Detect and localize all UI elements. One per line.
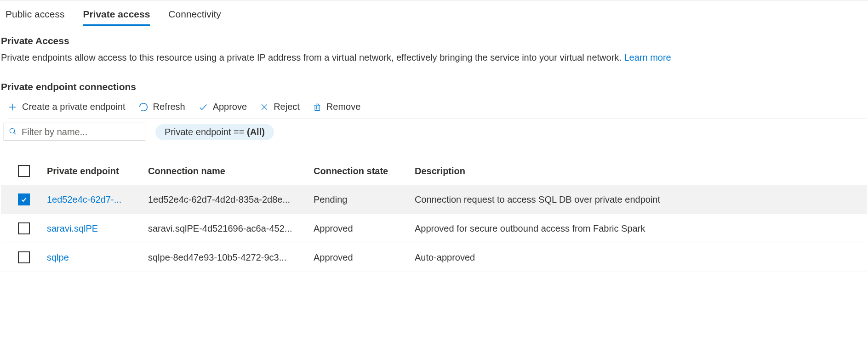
tab-private-access[interactable]: Private access xyxy=(83,9,150,26)
remove-button[interactable]: Remove xyxy=(313,102,360,112)
learn-more-link[interactable]: Learn more xyxy=(624,52,671,63)
connection-name: sqlpe-8ed47e93-10b5-4272-9c3... xyxy=(148,252,314,263)
row-checkbox[interactable] xyxy=(18,193,30,205)
col-connection-name[interactable]: Connection name xyxy=(148,166,314,176)
refresh-label: Refresh xyxy=(153,102,185,112)
row-checkbox[interactable] xyxy=(18,222,30,234)
svg-line-9 xyxy=(14,132,16,134)
create-endpoint-button[interactable]: Create a private endpoint xyxy=(7,102,126,112)
reject-button[interactable]: Reject xyxy=(260,102,300,112)
connections-table: Private endpoint Connection name Connect… xyxy=(1,157,867,272)
connection-description: Connection request to access SQL DB over… xyxy=(415,194,737,205)
connection-state: Approved xyxy=(314,223,415,234)
remove-label: Remove xyxy=(326,102,360,112)
filter-pill-private-endpoint[interactable]: Private endpoint == (All) xyxy=(155,124,274,140)
svg-rect-4 xyxy=(315,105,320,110)
refresh-button[interactable]: Refresh xyxy=(138,102,185,112)
select-all-checkbox[interactable] xyxy=(18,165,30,177)
table-row[interactable]: saravi.sqlPE saravi.sqlPE-4d521696-ac6a-… xyxy=(1,214,867,243)
approve-button[interactable]: Approve xyxy=(198,102,247,112)
connection-description: Auto-approved xyxy=(415,252,737,263)
endpoint-link[interactable]: 1ed52e4c-62d7-... xyxy=(47,194,148,205)
filter-search-box[interactable] xyxy=(4,123,145,141)
tab-connectivity[interactable]: Connectivity xyxy=(168,9,221,26)
connection-state: Approved xyxy=(314,252,415,263)
col-description[interactable]: Description xyxy=(415,166,737,176)
endpoint-link[interactable]: sqlpe xyxy=(47,252,148,263)
col-private-endpoint[interactable]: Private endpoint xyxy=(47,166,148,176)
col-connection-state[interactable]: Connection state xyxy=(314,166,415,176)
filter-row: Private endpoint == (All) xyxy=(1,119,867,141)
endpoint-link[interactable]: saravi.sqlPE xyxy=(47,223,148,234)
search-icon xyxy=(9,127,17,137)
table-row[interactable]: 1ed52e4c-62d7-... 1ed52e4c-62d7-4d2d-835… xyxy=(1,185,867,214)
connection-state: Pending xyxy=(314,194,415,205)
tab-public-access[interactable]: Public access xyxy=(6,9,64,26)
reject-label: Reject xyxy=(274,102,300,112)
approve-label: Approve xyxy=(213,102,247,112)
filter-input[interactable] xyxy=(22,127,140,137)
checkmark-icon xyxy=(198,102,208,112)
section-title: Private Access xyxy=(1,35,867,46)
connection-name: 1ed52e4c-62d7-4d2d-835a-2d8e... xyxy=(148,194,314,205)
connection-name: saravi.sqlPE-4d521696-ac6a-452... xyxy=(148,223,314,234)
svg-point-8 xyxy=(10,128,15,133)
toolbar: Create a private endpoint Refresh Approv… xyxy=(7,100,867,119)
create-endpoint-label: Create a private endpoint xyxy=(22,102,126,112)
table-header-row: Private endpoint Connection name Connect… xyxy=(1,157,867,185)
trash-icon xyxy=(313,102,322,112)
refresh-icon xyxy=(138,102,148,112)
networking-tabs: Public access Private access Connectivit… xyxy=(0,0,868,26)
table-row[interactable]: sqlpe sqlpe-8ed47e93-10b5-4272-9c3... Ap… xyxy=(1,243,867,272)
plus-icon xyxy=(7,102,17,112)
subheading-connections: Private endpoint connections xyxy=(1,81,867,92)
row-checkbox[interactable] xyxy=(18,251,30,263)
section-description: Private endpoints allow access to this r… xyxy=(1,51,867,64)
x-icon xyxy=(260,102,269,112)
connection-description: Approved for secure outbound access from… xyxy=(415,223,737,234)
